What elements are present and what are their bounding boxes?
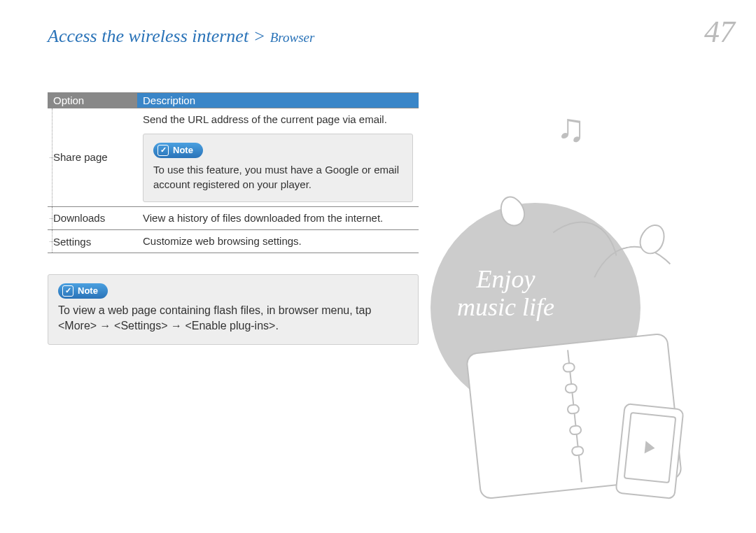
- play-icon: [645, 441, 656, 454]
- breadcrumb: Access the wireless internet > Browser: [48, 26, 314, 47]
- table-row: Downloads View a history of files downlo…: [48, 206, 419, 229]
- note-label: Note: [78, 285, 98, 297]
- media-player-icon: [615, 403, 684, 499]
- note-body: To use this feature, you must have a Goo…: [153, 162, 402, 192]
- table-row: Share page Send the URL address of the c…: [48, 108, 419, 207]
- note-box: ✓ Note To view a web page containing fla…: [48, 274, 419, 344]
- option-label: Share page: [53, 151, 108, 163]
- table-header-description: Description: [137, 93, 419, 108]
- note-badge: ✓ Note: [58, 283, 108, 299]
- decorative-illustration: ♫ Enjoy music life: [424, 105, 746, 518]
- note-label: Note: [173, 144, 193, 157]
- note-body: To view a web page containing flash file…: [58, 303, 408, 334]
- table-header-option: Option: [48, 93, 137, 108]
- option-description: Send the URL address of the current page…: [137, 108, 419, 207]
- table-row: Settings Customize web browsing settings…: [48, 230, 419, 253]
- option-description: Customize web browsing settings.: [137, 230, 419, 253]
- check-icon: ✓: [62, 285, 74, 297]
- option-share-page: Share page: [48, 108, 137, 207]
- content-column: Option Description Share page Send the U…: [48, 92, 419, 345]
- music-note-icon: ♫: [556, 105, 586, 150]
- page-header: Access the wireless internet > Browser 4…: [48, 14, 735, 49]
- note-box: ✓ Note To use this feature, you must hav…: [143, 134, 413, 202]
- breadcrumb-sub: Browser: [270, 30, 315, 45]
- breadcrumb-main: Access the wireless internet >: [48, 26, 270, 46]
- options-table: Option Description Share page Send the U…: [48, 92, 419, 253]
- note-badge: ✓ Note: [153, 143, 203, 158]
- page-number: 47: [704, 14, 735, 50]
- option-settings: Settings: [48, 230, 137, 253]
- option-label: Downloads: [53, 212, 105, 224]
- check-icon: ✓: [158, 145, 169, 156]
- option-description: View a history of files downloaded from …: [137, 206, 419, 229]
- option-label: Settings: [53, 236, 91, 248]
- option-downloads: Downloads: [48, 206, 137, 229]
- description-text: Send the URL address of the current page…: [143, 113, 413, 127]
